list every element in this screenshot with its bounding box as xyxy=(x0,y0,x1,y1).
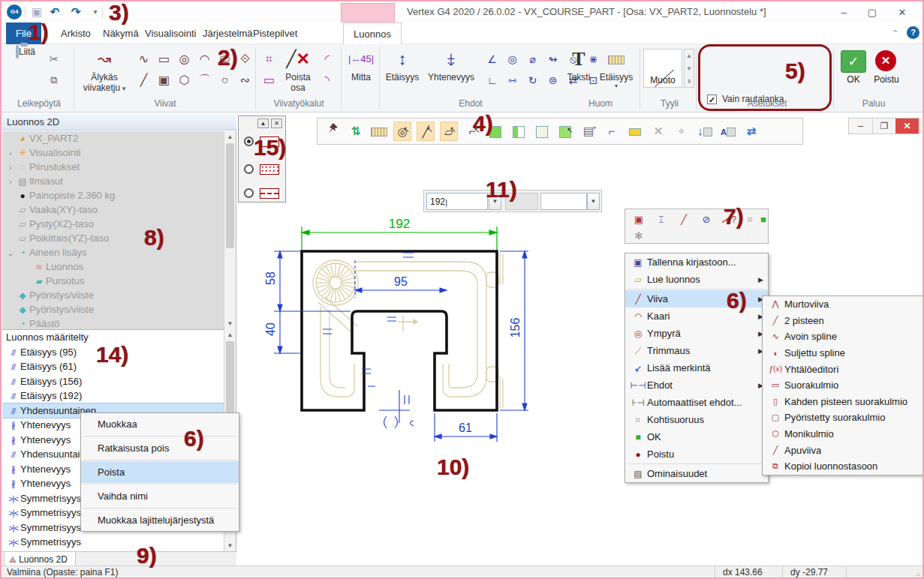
undo-icon[interactable]: ↶ xyxy=(47,4,63,20)
mini-tool-icon[interactable]: ■ xyxy=(754,212,772,227)
mdi-minimize-button[interactable]: – xyxy=(849,118,872,134)
pick-cube-icon[interactable]: ↖ xyxy=(556,122,574,141)
expander-icon[interactable]: › xyxy=(5,175,16,189)
tool-icon[interactable]: ⟐ xyxy=(235,49,255,70)
tree-item-py-ristys-viiste[interactable]: ◆Pyöristys/viiste xyxy=(2,302,224,316)
flip-axis-icon[interactable]: ⇅ xyxy=(347,122,365,141)
close-button[interactable]: ✕ xyxy=(891,5,913,20)
tool-icon[interactable]: ▣ xyxy=(154,70,174,91)
tool-icon[interactable]: ↬ xyxy=(543,49,563,70)
dim-95-label[interactable]: 95 xyxy=(394,275,408,288)
menu-item-suorakulmio[interactable]: ▭Suorakulmio xyxy=(763,377,922,394)
menu-item-tallenna-kirjastoon-[interactable]: ▣Tallenna kirjastoon... xyxy=(625,254,768,271)
select-plane-icon[interactable]: ▱↖ xyxy=(440,122,458,141)
menu-item-vaihda-nimi[interactable]: Vaihda nimi xyxy=(81,485,239,507)
tool-icon[interactable]: ◎ xyxy=(174,49,194,70)
select-line-icon[interactable]: ╱↖ xyxy=(417,122,435,141)
fill-mode-radio-2[interactable] xyxy=(244,164,254,174)
tree-item-vaaka-xy-taso[interactable]: ▱Vaaka(XY)-taso xyxy=(2,202,224,217)
tree-item-aineen-lis-ys[interactable]: ⌄◔Aineen lisäys xyxy=(2,245,224,260)
panel-collapse-icon[interactable]: ▲ xyxy=(257,118,269,128)
tool-icon[interactable]: ○ xyxy=(215,70,235,91)
menu-item-monikulmio[interactable]: ⬡Monikulmio xyxy=(763,426,922,442)
crosshair-icon[interactable]: ⌖ xyxy=(673,122,691,141)
tree-item-luonnos[interactable]: ≋Luonnos xyxy=(2,260,224,274)
menu-item-automaattiset-ehdot-[interactable]: ⊦⊣Automaattiset ehdot... xyxy=(625,394,768,411)
menu-item-kahden-pisteen-suorakulmio[interactable]: ▯Kahden pisteen suorakulmio xyxy=(763,394,922,410)
menu-item-muokkaa-lajitteluj-rjestyst-[interactable]: Muokkaa lajittelujärjestystä xyxy=(81,509,239,531)
panel-close-icon[interactable]: ✕ xyxy=(271,118,282,128)
qat-more-icon[interactable]: ▾ xyxy=(87,4,104,20)
redo-icon[interactable]: ↷ xyxy=(68,4,84,20)
tool-icon[interactable]: ◜ xyxy=(317,49,337,70)
dim-61-label[interactable]: 61 xyxy=(459,422,472,434)
menu-item-py-ristetty-suorakulmio[interactable]: ▢Pyöristetty suorakulmio xyxy=(763,410,922,426)
ruler-icon[interactable] xyxy=(370,122,388,141)
exit-button[interactable]: ✕ xyxy=(874,50,898,73)
tool-icon[interactable]: ◝ xyxy=(317,70,337,91)
expander-icon[interactable]: › xyxy=(5,146,16,160)
menu-item-muokkaa[interactable]: Muokkaa xyxy=(81,413,239,435)
dim-58-label[interactable]: 58 xyxy=(264,272,277,285)
chevron-down-icon[interactable]: ▼ xyxy=(587,193,600,210)
menu-item-ratkaisusta-pois[interactable]: Ratkaisusta pois xyxy=(81,437,239,459)
tool-icon[interactable]: ↻ xyxy=(522,70,543,91)
menu-item-ympyr-[interactable]: ◎Ympyrä▶ xyxy=(625,325,768,342)
delete-cube-icon[interactable]: ✕ xyxy=(649,122,667,141)
mini-tool-icon[interactable]: ▣ xyxy=(630,212,648,227)
menu-item-kohtisuoruus[interactable]: ⌗Kohtisuoruus xyxy=(625,411,768,428)
menu-item-2-pisteen[interactable]: ╱2 pisteen xyxy=(763,313,922,329)
tree-item-ilmiasut[interactable]: ›▤Ilmiasut xyxy=(2,174,224,188)
paste-button[interactable]: Liitä xyxy=(9,46,42,57)
tray-icon[interactable] xyxy=(626,122,644,141)
pale-cube-icon[interactable] xyxy=(533,122,551,141)
sketch-drawing[interactable]: 192 95 58 40 156 61 xyxy=(249,208,542,455)
copy-icon[interactable]: ⧉ xyxy=(45,71,63,89)
save-icon[interactable]: ▣ xyxy=(29,4,45,20)
menu-item-yht-l-editori[interactable]: ƒ⒳Yhtälöeditori xyxy=(763,361,922,377)
mini-tool-icon[interactable]: ╱ xyxy=(675,212,693,227)
tool-icon[interactable]: ∿ xyxy=(134,49,154,70)
menu-item-ehdot[interactable]: ⊢⊣Ehdot▶ xyxy=(625,376,768,394)
constraint-item[interactable]: >|<Symmetrisyys xyxy=(2,535,224,550)
maximize-button[interactable]: ▢ xyxy=(861,5,883,20)
tool-icon[interactable]: ∠ xyxy=(482,49,502,70)
help-icon[interactable]: ? xyxy=(907,26,919,39)
tool-icon[interactable]: ◠ xyxy=(194,49,215,70)
menu-item-pistepilvet[interactable]: Pistepilvet xyxy=(243,22,307,44)
tree-item-py-ristys-viiste[interactable]: ◆Pyöristys/viiste xyxy=(2,288,224,302)
scroll-up-icon[interactable]: ▲ xyxy=(224,131,236,142)
scroll-down-icon[interactable]: ▼ xyxy=(224,318,236,329)
menu-item-murtoviiva[interactable]: ⋀Murtoviiva xyxy=(763,296,922,313)
tool-icon[interactable]: ⊜ xyxy=(543,70,563,91)
menu-item-suljettu-spline[interactable]: ◗Suljettu spline xyxy=(763,345,922,362)
face-cube-icon[interactable] xyxy=(510,122,528,141)
cut-icon[interactable]: ✂ xyxy=(45,50,63,68)
tree-item-p-st-[interactable]: ◔Päästö xyxy=(2,316,224,329)
dim-156-label[interactable]: 156 xyxy=(509,318,522,338)
tree-scrollbar[interactable]: ▲ ▼ xyxy=(224,131,236,329)
expander-icon[interactable]: ⌄ xyxy=(5,246,16,260)
dimension-note-button[interactable]: Etäisyys▾ xyxy=(596,46,637,89)
smart-polyline-button[interactable]: ↝ Älykäs viivaketju ▾ xyxy=(78,46,131,93)
menu-item-avoin-spline[interactable]: ∿Avoin spline xyxy=(763,328,922,345)
menu-item-lue-luonnos[interactable]: ▱Lue luonnos▶ xyxy=(625,271,768,288)
dimension-value-input[interactable]: 192ꞁ xyxy=(426,193,488,210)
mini-tool-icon[interactable]: ✻ xyxy=(630,229,648,244)
fill-mode-radio-1[interactable] xyxy=(244,136,254,146)
label-cube-icon[interactable]: A xyxy=(719,122,737,141)
tool-icon[interactable]: ∾ xyxy=(235,70,255,91)
menu-item-ominaisuudet[interactable]: ▤Ominaisuudet xyxy=(625,465,768,482)
tool-icon[interactable]: ⌒ xyxy=(194,70,215,91)
tool-icon[interactable]: ∟ xyxy=(482,70,502,91)
tree-item-pursotus[interactable]: ▰Pursotus xyxy=(2,274,224,288)
collapse-ribbon-icon[interactable]: ⌃ xyxy=(892,28,898,38)
coincidence-constraint-button[interactable]: ⤈ Yhtenevyys xyxy=(423,46,479,82)
menu-item-kopioi-luonnostasoon[interactable]: ⧉Kopioi luonnostasoon xyxy=(763,458,922,475)
mini-tool-icon[interactable]: ⌶ xyxy=(652,212,670,227)
dimension-type-select[interactable] xyxy=(540,193,587,210)
minimize-button[interactable]: – xyxy=(832,5,855,20)
distance-constraint-button[interactable]: ↕ Etäisyys xyxy=(383,46,422,82)
tool-icon[interactable]: ⌀ xyxy=(522,49,543,70)
tool-icon[interactable]: ⌗ xyxy=(259,49,279,70)
